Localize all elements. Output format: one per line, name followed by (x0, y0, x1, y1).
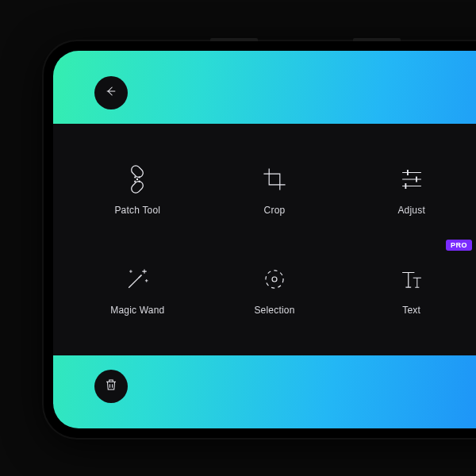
tool-magic-wand[interactable]: Magic Wand (72, 244, 203, 335)
svg-point-16 (272, 277, 277, 282)
svg-point-6 (137, 178, 138, 179)
tool-label: Text (402, 305, 420, 316)
svg-point-3 (139, 177, 140, 178)
svg-point-15 (266, 271, 283, 288)
tool-selection[interactable]: Selection (209, 244, 340, 335)
phone-screen: Patch Tool Crop (53, 51, 476, 428)
tool-label: Magic Wand (110, 305, 164, 316)
svg-point-2 (135, 177, 136, 178)
svg-point-4 (135, 181, 136, 182)
arrow-left-icon (104, 84, 118, 102)
selection-icon (259, 263, 290, 295)
back-button[interactable] (94, 76, 128, 109)
tool-patch[interactable]: Patch Tool (72, 144, 203, 235)
delete-button[interactable] (94, 370, 128, 403)
text-icon (396, 263, 428, 295)
svg-line-14 (139, 275, 142, 278)
adjust-icon (396, 163, 428, 195)
tool-label: Crop (264, 205, 286, 216)
tool-label: Adjust (397, 205, 425, 216)
patch-tool-icon (121, 163, 153, 195)
magic-wand-icon (121, 263, 153, 295)
crop-icon (259, 163, 290, 195)
svg-point-5 (139, 181, 140, 182)
tool-label: Selection (254, 305, 294, 316)
tools-panel: Patch Tool Crop (53, 124, 476, 355)
tool-adjust[interactable]: Adjust (346, 144, 476, 235)
svg-rect-0 (130, 165, 145, 179)
tool-crop[interactable]: Crop (209, 144, 340, 235)
trash-icon (104, 378, 118, 395)
tool-text[interactable]: PRO Text (346, 244, 476, 335)
svg-rect-1 (130, 179, 145, 194)
pro-badge: PRO (446, 240, 472, 251)
phone-frame: Patch Tool Crop (44, 41, 476, 438)
tool-label: Patch Tool (114, 205, 160, 216)
